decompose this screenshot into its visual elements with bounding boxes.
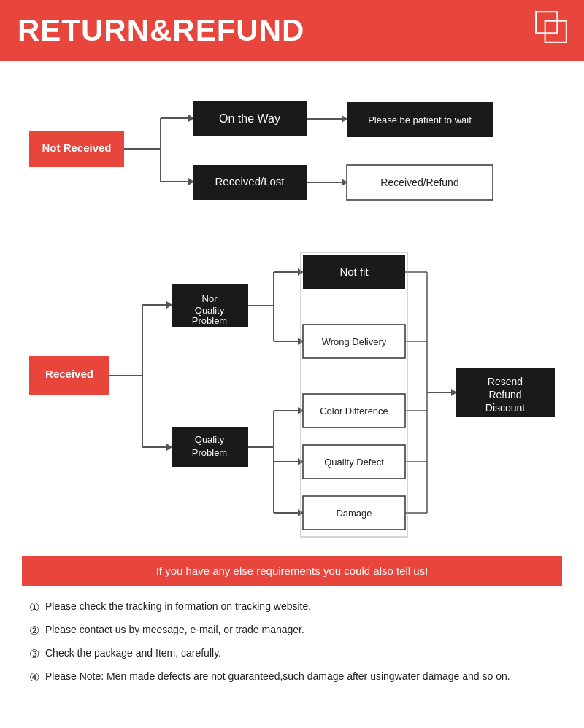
bottom-flow-diagram: Received Nor Quality Problem Not fit xyxy=(22,232,577,538)
svg-marker-7 xyxy=(188,115,194,122)
svg-text:Damage: Damage xyxy=(336,508,372,519)
svg-marker-11 xyxy=(342,115,347,123)
page-title: RETURN&REFUND xyxy=(18,13,304,48)
svg-text:Problem: Problem xyxy=(192,447,227,458)
svg-text:Color Difference: Color Difference xyxy=(320,406,388,417)
note-text: Please contact us by meesage, e-mail, or… xyxy=(45,622,555,638)
note-number: ③ xyxy=(29,646,39,663)
svg-text:Quality Defect: Quality Defect xyxy=(324,457,384,468)
note-number: ① xyxy=(29,599,39,616)
note-text: Please Note: Men made defects are not gu… xyxy=(45,669,555,684)
svg-text:Not Received: Not Received xyxy=(42,142,111,154)
bottom-flow-section: Received Nor Quality Problem Not fit xyxy=(22,232,562,541)
svg-text:Received/Refund: Received/Refund xyxy=(380,177,458,188)
note-text: Check the package and Item, carefully. xyxy=(45,646,555,661)
svg-marker-68 xyxy=(451,389,457,396)
svg-text:Not fit: Not fit xyxy=(339,266,369,278)
svg-text:Received/Lost: Received/Lost xyxy=(215,175,285,187)
svg-text:Problem: Problem xyxy=(192,315,227,326)
svg-text:Nor: Nor xyxy=(202,293,218,304)
svg-marker-15 xyxy=(188,178,194,185)
svg-text:Discount: Discount xyxy=(485,402,526,414)
svg-rect-0 xyxy=(536,12,557,33)
note-number: ② xyxy=(29,622,39,640)
svg-text:Resend: Resend xyxy=(488,376,523,387)
info-banner: If you have any else requirements you co… xyxy=(22,556,562,586)
header-decoration xyxy=(533,9,569,45)
note-text: Please check the tracking in formation o… xyxy=(45,599,555,614)
svg-text:Received: Received xyxy=(45,368,93,380)
svg-marker-27 xyxy=(166,301,172,309)
svg-text:Quality: Quality xyxy=(195,434,225,445)
svg-text:Quality: Quality xyxy=(195,305,225,316)
note-item-3: ③ Check the package and Item, carefully. xyxy=(29,646,555,663)
top-flow-diagram: Not Received On the Way Please be patien… xyxy=(22,76,569,222)
notes-section: ① Please check the tracking in formation… xyxy=(22,599,562,686)
svg-text:Refund: Refund xyxy=(488,389,521,400)
svg-text:Please be patient to wait: Please be patient to wait xyxy=(368,115,472,125)
main-content: Not Received On the Way Please be patien… xyxy=(0,61,584,707)
note-item-4: ④ Please Note: Men made defects are not … xyxy=(29,669,555,686)
svg-marker-43 xyxy=(166,444,172,451)
page-header: RETURN&REFUND xyxy=(0,0,584,61)
note-item-2: ② Please contact us by meesage, e-mail, … xyxy=(29,622,555,640)
note-item-1: ① Please check the tracking in formation… xyxy=(29,599,555,616)
svg-text:On the Way: On the Way xyxy=(219,112,280,125)
svg-rect-1 xyxy=(545,21,566,42)
top-flow-section: Not Received On the Way Please be patien… xyxy=(22,76,562,225)
svg-text:Wrong Delivery: Wrong Delivery xyxy=(322,336,387,347)
note-number: ④ xyxy=(29,669,39,686)
